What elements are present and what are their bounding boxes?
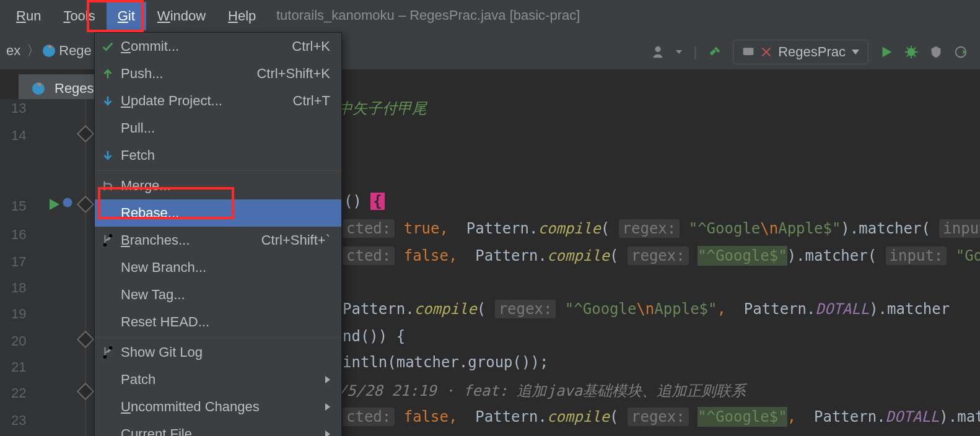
- chevron-down-icon: [852, 50, 859, 54]
- merge-icon: [101, 179, 115, 193]
- menu-push[interactable]: Push... Ctrl+Shift+K: [95, 60, 341, 87]
- svg-point-1: [908, 48, 916, 56]
- toolbar-right: | RegesPrac: [651, 40, 968, 64]
- code-comment: 中矢子付甲尾: [338, 99, 427, 118]
- submenu-arrow-icon: [325, 376, 330, 383]
- profiler-icon[interactable]: [954, 45, 968, 59]
- menu-separator: [95, 170, 341, 171]
- invalid-config-x-icon: [761, 46, 772, 58]
- menu-update-project[interactable]: Update Project... Ctrl+T: [95, 87, 341, 115]
- fold-marker[interactable]: [77, 196, 94, 213]
- line-number[interactable]: 14: [11, 128, 26, 144]
- fetch-icon: [101, 149, 115, 162]
- menu-reset-head[interactable]: Reset HEAD...: [95, 308, 341, 336]
- menu-new-tag[interactable]: New Tag...: [95, 281, 341, 308]
- menu-show-git-log[interactable]: Show Git Log: [95, 339, 341, 366]
- menu-pull[interactable]: Pull...: [95, 115, 341, 142]
- menu-window[interactable]: Window: [146, 2, 217, 30]
- menu-tools[interactable]: Tools: [52, 2, 106, 30]
- line-number[interactable]: 19: [11, 306, 26, 322]
- menu-uncommitted-changes[interactable]: Uncommitted Changes: [95, 393, 341, 421]
- submenu-arrow-icon: [325, 430, 330, 436]
- menu-merge[interactable]: Merge...: [95, 172, 341, 199]
- chevron-down-icon[interactable]: [676, 50, 682, 54]
- breadcrumb-first[interactable]: ex: [6, 43, 20, 59]
- line-number[interactable]: 23: [11, 412, 26, 429]
- run-config-name: RegesPrac: [778, 44, 846, 60]
- build-hammer-icon[interactable]: [708, 45, 722, 59]
- fold-marker[interactable]: [77, 383, 94, 400]
- code-text: Pattern.compile( regex: "^Google\nApple$…: [343, 300, 950, 318]
- breadcrumb-second[interactable]: Rege: [59, 43, 92, 59]
- code-text: nd()) {: [343, 328, 405, 345]
- fold-marker[interactable]: [77, 331, 94, 348]
- push-icon: [101, 67, 115, 81]
- code-comment: 2/5/28 21:19 · feat: 追加java基础模块、追加正则联系: [329, 381, 746, 401]
- coverage-icon[interactable]: [929, 45, 943, 59]
- line-number[interactable]: 20: [11, 333, 26, 349]
- submenu-arrow-icon: [325, 403, 330, 411]
- class-icon: [32, 82, 45, 95]
- menu-patch[interactable]: Patch: [95, 366, 341, 393]
- code-text: cted: true, Pattern.compile( regex: "^Go…: [343, 220, 980, 237]
- method-override-icon[interactable]: [62, 197, 73, 208]
- update-icon: [101, 94, 115, 108]
- code-text: intln(matcher.group());: [343, 354, 548, 371]
- fold-marker[interactable]: [77, 125, 94, 142]
- svg-point-3: [63, 198, 72, 207]
- user-icon[interactable]: [651, 45, 665, 59]
- class-icon: [43, 45, 55, 57]
- menu-git[interactable]: Git: [107, 2, 146, 30]
- menu-separator: [95, 337, 341, 338]
- line-number[interactable]: 17: [11, 254, 26, 270]
- debug-icon[interactable]: [904, 45, 918, 59]
- menu-run[interactable]: Run: [5, 2, 52, 30]
- menu-branches[interactable]: Branches... Ctrl+Shift+`: [95, 227, 341, 254]
- breadcrumb-separator: 〉: [27, 41, 40, 60]
- window-title: tutorails_kanomoku – RegesPrac.java [bas…: [276, 7, 580, 24]
- run-icon[interactable]: [880, 45, 893, 59]
- svg-point-4: [109, 234, 113, 238]
- run-config-combobox[interactable]: RegesPrac: [733, 40, 868, 64]
- menu-new-branch[interactable]: New Branch...: [95, 254, 341, 281]
- menu-fetch[interactable]: Fetch: [95, 142, 341, 169]
- line-number[interactable]: 21: [11, 359, 26, 375]
- menu-help[interactable]: Help: [217, 2, 267, 30]
- branches-icon: [101, 233, 115, 247]
- line-number[interactable]: 16: [11, 227, 26, 243]
- line-number[interactable]: 18: [11, 280, 26, 296]
- svg-point-6: [109, 346, 113, 350]
- menu-commit[interactable]: Commit... Ctrl+K: [95, 33, 341, 60]
- app-icon: [742, 46, 755, 58]
- tab-label: RegesI: [55, 81, 98, 97]
- svg-rect-0: [743, 48, 754, 55]
- menu-current-file[interactable]: Current File: [95, 421, 341, 436]
- editor-gutter: 13 14 15 16 17 18 19 20 21 22 23: [0, 99, 96, 436]
- code-text: cted: false, Pattern.compile( regex: "^G…: [343, 408, 980, 425]
- line-number[interactable]: 15: [11, 198, 26, 214]
- menu-rebase[interactable]: Rebase...: [95, 199, 341, 227]
- svg-point-5: [103, 243, 107, 247]
- run-gutter-icon[interactable]: [46, 197, 61, 212]
- line-number[interactable]: 22: [11, 385, 26, 401]
- code-text: cted: false, Pattern.compile( regex: "^G…: [343, 247, 980, 264]
- code-text: () {: [344, 193, 385, 210]
- line-number[interactable]: 13: [11, 100, 26, 116]
- check-icon: [101, 40, 115, 53]
- git-dropdown-menu: Commit... Ctrl+K Push... Ctrl+Shift+K Up…: [94, 32, 342, 436]
- branches-icon: [101, 346, 115, 359]
- svg-point-7: [103, 355, 107, 359]
